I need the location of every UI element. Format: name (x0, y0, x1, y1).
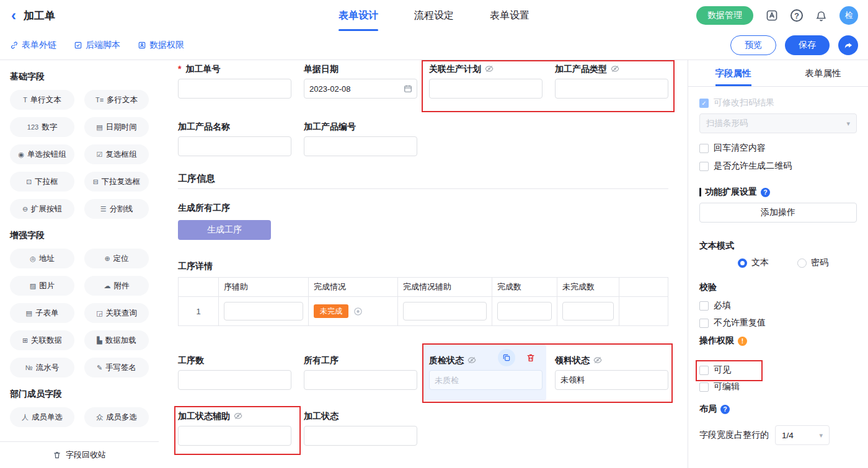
circle-dot-icon[interactable] (353, 307, 363, 316)
data-manage-button[interactable]: 数据管理 (696, 6, 753, 25)
process-status-input[interactable] (304, 426, 417, 446)
sidebar-item-member-single[interactable]: 人成员单选 (10, 407, 74, 427)
product-name-input[interactable] (178, 136, 291, 156)
production-plan-input[interactable] (429, 79, 542, 99)
tab-form-settings[interactable]: 表单设置 (490, 0, 529, 31)
sidebar-item-member-multi[interactable]: 众成员多选 (84, 407, 149, 427)
field-doc-date[interactable]: 单据日期 (304, 64, 417, 99)
alert-badge-icon[interactable]: ! (738, 337, 747, 346)
no-duplicate-checkbox[interactable]: 不允许重复值 (699, 317, 857, 329)
calendar-icon[interactable] (404, 84, 412, 95)
sidebar-item-attachment[interactable]: ☁附件 (84, 276, 149, 296)
sidebar-item-single-line-text[interactable]: T单行文本 (10, 90, 74, 110)
add-action-button[interactable]: 添加操作 (699, 203, 857, 223)
field-width-select[interactable]: 1/4 ▾ (775, 425, 830, 445)
doc-date-input[interactable] (304, 79, 417, 99)
sidebar-item-location[interactable]: ⊕定位 (84, 249, 149, 268)
sidebar-item-signature[interactable]: ✎手写签名 (84, 358, 149, 377)
process-info-section-title: 工序信息 (178, 173, 215, 185)
field-status-helper[interactable]: 加工状态辅助 (178, 411, 291, 446)
sidebar-item-address[interactable]: ◎地址 (10, 249, 74, 268)
field-library-sidebar: 基础字段 T单行文本 T≡多行文本 123数字 ▤日期时间 ◉单选按钮组 ☑复选… (0, 60, 159, 468)
avatar[interactable]: 检 (839, 6, 858, 25)
field-label: 加工单号 (185, 64, 220, 74)
field-material-status[interactable]: 领料状态 (555, 355, 668, 390)
single-line-text-icon: T (23, 96, 27, 104)
back-button[interactable]: ‹ (11, 8, 16, 23)
bell-icon[interactable] (815, 10, 827, 22)
sidebar-item-multi-select[interactable]: ⊟下拉复选框 (84, 172, 149, 192)
all-process-input[interactable] (304, 370, 417, 390)
sidebar-item-subform[interactable]: ▤子表单 (10, 303, 74, 323)
help-badge-icon[interactable]: ? (761, 188, 770, 197)
tab-flow-settings[interactable]: 流程设定 (414, 0, 454, 31)
item-label: 下拉复选框 (102, 177, 141, 187)
tab-form-properties[interactable]: 表单属性 (778, 60, 868, 86)
completion-helper-input[interactable] (403, 302, 487, 320)
field-product-name[interactable]: 加工产品名称 (178, 121, 291, 156)
enter-clear-checkbox[interactable]: 回车清空内容 (699, 143, 857, 154)
material-status-input[interactable] (555, 370, 668, 390)
backend-script-link[interactable]: 后端脚本 (74, 40, 120, 51)
field-process-status[interactable]: 加工状态 (304, 411, 417, 446)
qc-status-input[interactable] (429, 370, 542, 390)
generate-process-button[interactable]: 生成工序 (178, 220, 271, 240)
field-product-no[interactable]: 加工产品编号 (304, 121, 417, 156)
sidebar-item-checkbox-group[interactable]: ☑复选框组 (84, 144, 149, 164)
editable-checkbox[interactable]: 可编辑 (699, 381, 857, 392)
undone-count-input[interactable] (562, 302, 614, 320)
field-process-count[interactable]: 工序数 (178, 355, 291, 390)
scan-result-checkbox[interactable]: ✓ 可修改扫码结果 (699, 97, 857, 108)
product-type-input[interactable] (555, 79, 668, 99)
sidebar-item-multi-line-text[interactable]: T≡多行文本 (84, 90, 149, 110)
app-root: ‹ 加工单 表单设计 流程设定 表单设置 数据管理 ? 检 表单外链 (0, 0, 868, 468)
required-asterisk: * (178, 64, 181, 74)
save-button[interactable]: 保存 (785, 35, 830, 55)
sidebar-item-linked-data[interactable]: ⊞关联数据 (10, 330, 74, 350)
data-permission-link[interactable]: 数据权限 (138, 40, 184, 51)
radio-password[interactable]: 密码 (797, 257, 828, 268)
done-count-input[interactable] (497, 302, 552, 320)
sidebar-item-divider[interactable]: ☰分割线 (84, 199, 149, 219)
product-no-input[interactable] (304, 136, 417, 156)
process-count-input[interactable] (178, 370, 291, 390)
sidebar-item-radio-group[interactable]: ◉单选按钮组 (10, 144, 74, 164)
delete-field-button[interactable] (522, 349, 539, 366)
sidebar-item-number[interactable]: 123数字 (10, 117, 74, 137)
process-helper-input[interactable] (224, 302, 303, 320)
radio-label: 文本 (751, 257, 769, 268)
field-label: 加工状态辅助 (178, 411, 230, 421)
sidebar-item-datetime[interactable]: ▤日期时间 (84, 117, 149, 137)
sidebar-item-image[interactable]: ▨图片 (10, 276, 74, 296)
status-helper-input[interactable] (178, 426, 291, 446)
field-label: 所有工序 (304, 355, 339, 365)
qr-allow-checkbox[interactable]: 是否允许生成二维码 (699, 161, 857, 172)
visible-checkbox[interactable]: 可见 (699, 364, 857, 376)
sidebar-item-extend-button[interactable]: ⊖扩展按钮 (10, 199, 74, 219)
sidebar-item-linked-query[interactable]: ◲关联查询 (84, 303, 149, 323)
sidebar-item-data-load[interactable]: ▙数据加载 (84, 330, 149, 350)
tab-form-design[interactable]: 表单设计 (339, 0, 378, 31)
language-icon[interactable] (766, 9, 778, 22)
share-button[interactable] (838, 35, 858, 55)
preview-button[interactable]: 预览 (730, 35, 776, 55)
order-no-input[interactable] (178, 79, 291, 99)
copy-field-button[interactable] (498, 349, 515, 366)
form-external-link[interactable]: 表单外链 (10, 40, 56, 51)
field-recycle-bin[interactable]: 字段回收站 (0, 441, 159, 468)
radio-text[interactable]: 文本 (738, 257, 769, 268)
help-badge-icon[interactable]: ? (720, 405, 730, 414)
scan-mode-select[interactable]: 扫描条形码 ▾ (699, 113, 857, 133)
trash-icon (526, 353, 536, 363)
field-all-process[interactable]: 所有工序 (304, 355, 417, 390)
field-production-plan[interactable]: 关联生产计划 (429, 64, 542, 99)
checkbox-checked-icon: ✓ (699, 99, 709, 108)
tab-field-properties[interactable]: 字段属性 (688, 60, 778, 86)
sidebar-item-serial-number[interactable]: №流水号 (10, 358, 74, 377)
field-product-type[interactable]: 加工产品类型 (555, 64, 668, 99)
section-title-enhanced-fields: 增强字段 (10, 230, 159, 241)
help-icon[interactable]: ? (790, 9, 803, 22)
sidebar-item-select[interactable]: ⊡下拉框 (10, 172, 74, 192)
required-checkbox[interactable]: 必填 (699, 300, 857, 311)
field-order-no[interactable]: *加工单号 (178, 64, 291, 99)
